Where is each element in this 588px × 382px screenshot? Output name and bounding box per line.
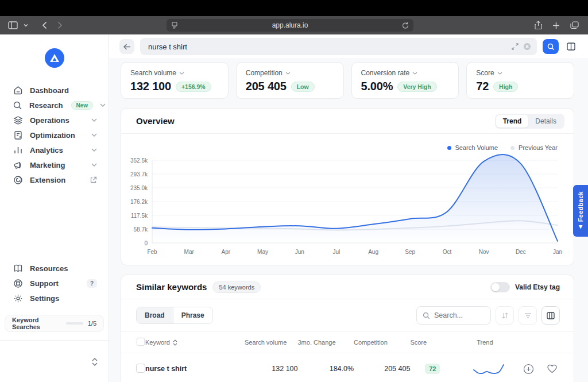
chevron-down-icon[interactable] bbox=[91, 163, 97, 167]
metric-dropdown[interactable]: Score bbox=[476, 69, 564, 77]
macos-menu-bar bbox=[0, 0, 588, 16]
share-icon[interactable] bbox=[535, 21, 542, 30]
chevron-down-icon bbox=[497, 72, 502, 75]
sidebar-item-marketing[interactable]: Marketing bbox=[0, 157, 109, 172]
favorite-heart-icon[interactable] bbox=[547, 364, 558, 375]
overview-chart-svg: 058.7k117.5k176.2k235.0k293.7k352.5kFebM… bbox=[127, 152, 564, 259]
svg-text:235.0k: 235.0k bbox=[130, 185, 148, 191]
similar-keywords-title: Similar keywords bbox=[136, 282, 207, 292]
filter-button[interactable] bbox=[519, 306, 537, 325]
overview-title: Overview bbox=[136, 116, 175, 126]
tab-details[interactable]: Details bbox=[528, 115, 563, 128]
competition-cell: 205 405 bbox=[354, 353, 410, 382]
tab-phrase[interactable]: Phrase bbox=[173, 307, 212, 323]
expand-icon[interactable] bbox=[512, 43, 519, 50]
svg-text:Dec: Dec bbox=[516, 249, 526, 255]
valid-etsy-tag-toggle[interactable] bbox=[490, 282, 510, 292]
metric-card-search-volume: Search volume 132 100 +156.9% bbox=[121, 62, 229, 99]
side-panel-toggle-icon[interactable] bbox=[567, 43, 575, 51]
metric-value: 132 100 bbox=[130, 80, 171, 93]
sidebar-item-operations[interactable]: Operations bbox=[0, 113, 109, 128]
sidebar-item-extension[interactable]: Extension bbox=[0, 172, 109, 187]
svg-text:58.7k: 58.7k bbox=[134, 226, 148, 233]
browser-sidebar-chevron-icon[interactable] bbox=[24, 24, 28, 27]
usage-label: Keyword Searches bbox=[12, 317, 61, 330]
svg-text:Feb: Feb bbox=[147, 249, 157, 255]
svg-text:Aug: Aug bbox=[368, 249, 378, 255]
table-search-input[interactable] bbox=[434, 311, 480, 319]
external-link-icon[interactable] bbox=[90, 176, 97, 184]
gear-icon bbox=[13, 294, 23, 303]
reload-icon[interactable] bbox=[402, 22, 409, 29]
page-settings-icon[interactable] bbox=[171, 22, 178, 29]
svg-text:0: 0 bbox=[144, 240, 148, 246]
search-submit-button[interactable] bbox=[543, 39, 559, 54]
chevron-down-icon[interactable] bbox=[91, 133, 97, 137]
metric-dropdown[interactable]: Competition bbox=[246, 69, 334, 77]
legend-search-volume[interactable]: Search Volume bbox=[447, 144, 498, 151]
score-badge: 72 bbox=[425, 364, 440, 374]
overview-view-switch: Trend Details bbox=[495, 114, 564, 129]
legend-dot-blue bbox=[447, 146, 451, 150]
metric-card-score: Score 72 High bbox=[466, 62, 574, 99]
table-row[interactable]: nurse t shirt 132 100 184.0% 205 405 72 bbox=[121, 353, 574, 382]
book-icon bbox=[13, 264, 23, 273]
new-tab-icon[interactable] bbox=[552, 22, 560, 29]
sidebar-item-label: Support bbox=[30, 279, 59, 288]
feedback-button[interactable]: ▲ Feedback bbox=[573, 185, 588, 237]
browser-extension-icon bbox=[13, 175, 23, 185]
sidebar-item-label: Dashboard bbox=[30, 86, 69, 95]
chevron-down-icon[interactable] bbox=[91, 118, 97, 122]
chevron-down-icon bbox=[285, 72, 291, 75]
chevron-down-icon[interactable] bbox=[91, 148, 97, 152]
columns-button[interactable] bbox=[541, 306, 560, 325]
metric-dropdown[interactable]: Search volume bbox=[130, 69, 219, 77]
chevron-down-icon[interactable] bbox=[100, 103, 106, 107]
keyword-search-input[interactable] bbox=[148, 43, 507, 51]
tab-overview-icon[interactable] bbox=[570, 21, 579, 29]
match-type-tabs: Broad Phrase bbox=[136, 307, 213, 324]
sidebar-collapse-icon[interactable] bbox=[91, 358, 98, 366]
url-bar[interactable]: app.alura.io bbox=[167, 19, 413, 32]
sidebar-item-dashboard[interactable]: Dashboard bbox=[0, 83, 109, 98]
forward-icon[interactable] bbox=[57, 21, 63, 29]
back-icon[interactable] bbox=[42, 21, 47, 29]
metric-dropdown[interactable]: Conversion rate bbox=[361, 69, 450, 77]
metric-value: 72 bbox=[476, 80, 489, 93]
alura-logo[interactable] bbox=[45, 48, 64, 68]
metric-cards: Search volume 132 100 +156.9% Competitio… bbox=[121, 62, 574, 99]
sidebar-item-optimization[interactable]: Optimization bbox=[0, 128, 109, 142]
legend-previous-year[interactable]: Previous Year bbox=[510, 144, 558, 151]
sidebar-item-support[interactable]: Support ? bbox=[0, 276, 109, 291]
sort-button[interactable] bbox=[496, 306, 514, 325]
keyword-search-field[interactable] bbox=[140, 38, 537, 55]
sidebar-divider bbox=[0, 340, 109, 341]
svg-text:Oct: Oct bbox=[443, 249, 452, 255]
tab-broad[interactable]: Broad bbox=[137, 307, 173, 323]
select-all-checkbox[interactable] bbox=[137, 338, 145, 346]
clear-icon[interactable] bbox=[523, 43, 531, 51]
overview-card: Overview Trend Details Search Volume Pre… bbox=[121, 108, 574, 265]
search-icon bbox=[13, 101, 22, 110]
sidebar-item-analytics[interactable]: Analytics bbox=[0, 142, 109, 157]
row-checkbox[interactable] bbox=[136, 364, 145, 373]
app-back-button[interactable] bbox=[119, 39, 134, 54]
help-badge[interactable]: ? bbox=[87, 279, 97, 288]
metric-badge: Low bbox=[291, 82, 315, 92]
usage-progress-bar bbox=[66, 322, 83, 325]
table-search-field[interactable] bbox=[416, 306, 491, 325]
sidebar-item-research[interactable]: Research New bbox=[0, 98, 109, 113]
sidebar-item-resources[interactable]: Resources bbox=[0, 261, 109, 276]
browser-sidebar-icon[interactable] bbox=[8, 21, 18, 29]
svg-text:Mar: Mar bbox=[184, 249, 195, 255]
metric-label: Competition bbox=[246, 69, 283, 77]
bar-chart-icon bbox=[13, 145, 23, 155]
change-cell: 184.0% bbox=[297, 353, 354, 382]
lifebuoy-icon bbox=[13, 279, 23, 288]
metric-label: Search volume bbox=[130, 69, 176, 77]
sort-updown-icon[interactable] bbox=[173, 339, 177, 346]
add-to-list-icon[interactable] bbox=[523, 364, 534, 375]
tab-trend[interactable]: Trend bbox=[496, 115, 529, 128]
sidebar-item-settings[interactable]: Settings bbox=[0, 291, 109, 306]
keyword-cell[interactable]: nurse t shirt bbox=[145, 353, 245, 382]
